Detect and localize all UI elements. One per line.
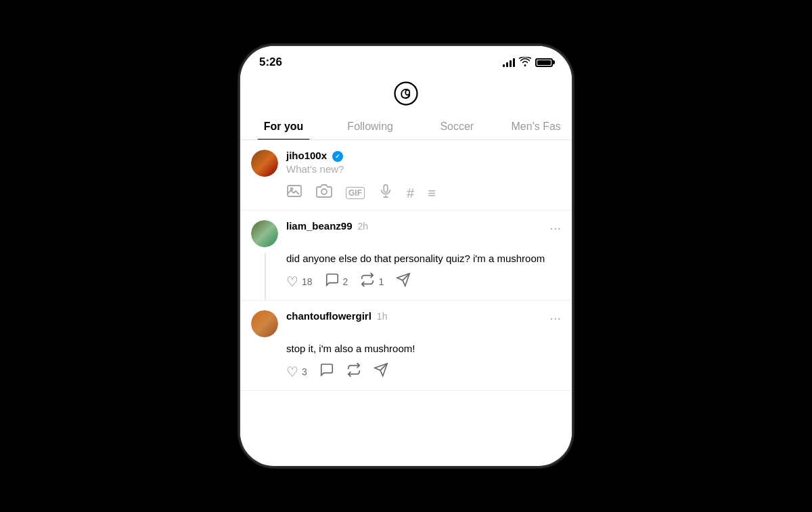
post-content: stop it, i'm also a mushroom!	[286, 341, 561, 356]
battery-icon	[535, 58, 553, 67]
mic-icon[interactable]	[378, 184, 393, 202]
feed-container[interactable]: jiho100x What's new?	[240, 140, 572, 452]
hashtag-icon[interactable]: #	[407, 186, 414, 201]
image-icon[interactable]	[286, 183, 302, 203]
repost-button[interactable]: 1	[360, 272, 384, 291]
post-user-info: liam_beanz99 2h	[286, 220, 549, 232]
post-actions: ♡ 18 2 1	[286, 272, 561, 291]
share-icon	[396, 272, 411, 291]
app-header	[240, 74, 572, 112]
post-item: chantouflowergirl 1h ··· stop it, i'm al…	[240, 301, 572, 391]
share-button[interactable]	[396, 272, 411, 291]
verified-badge	[332, 151, 343, 162]
post-time: 1h	[377, 311, 388, 322]
gif-icon[interactable]: GIF	[346, 187, 365, 199]
svg-point-1	[405, 90, 409, 95]
post-username-row: liam_beanz99 2h	[286, 220, 549, 232]
post-content: did anyone else do that personality quiz…	[286, 251, 561, 265]
svg-rect-5	[384, 185, 388, 192]
status-bar: 5:26	[240, 46, 572, 74]
camera-icon[interactable]	[316, 183, 332, 203]
tab-mens-fashion[interactable]: Men's Fas	[500, 112, 572, 140]
threads-logo	[394, 81, 418, 108]
compose-avatar	[251, 150, 278, 177]
share-button[interactable]	[374, 362, 388, 381]
tabs-bar: For you Following Soccer Men's Fas	[240, 112, 572, 140]
signal-icon	[503, 58, 515, 67]
status-time: 5:26	[259, 56, 282, 69]
compose-actions: GIF # ≡	[286, 183, 561, 203]
wifi-icon	[519, 57, 531, 68]
post-username: chantouflowergirl	[286, 310, 371, 322]
list-icon[interactable]: ≡	[428, 186, 436, 201]
post-username: liam_beanz99	[286, 220, 353, 232]
thread-line	[265, 253, 266, 300]
comment-button[interactable]: 2	[325, 272, 348, 291]
repost-button[interactable]	[346, 362, 361, 381]
post-item: liam_beanz99 2h ··· did anyone else do t…	[240, 211, 572, 301]
post-avatar-chantou	[251, 310, 278, 337]
comment-icon	[325, 272, 340, 291]
compose-placeholder[interactable]: What's new?	[286, 163, 561, 175]
repost-count: 1	[378, 276, 384, 287]
repost-icon	[346, 362, 361, 381]
tab-following[interactable]: Following	[327, 112, 413, 140]
repost-icon	[360, 272, 375, 291]
tab-for-you[interactable]: For you	[240, 112, 327, 140]
like-button[interactable]: ♡ 3	[286, 364, 307, 380]
compose-right: jiho100x What's new?	[286, 150, 561, 203]
phone-frame: 5:26	[240, 46, 572, 466]
post-more-button[interactable]: ···	[549, 310, 561, 326]
post-header: liam_beanz99 2h ···	[251, 220, 561, 247]
svg-point-4	[321, 189, 327, 194]
post-user-info: chantouflowergirl 1h	[286, 310, 549, 322]
post-username-row: chantouflowergirl 1h	[286, 310, 549, 322]
compose-username: jiho100x	[286, 150, 561, 162]
post-avatar-liam	[251, 220, 278, 247]
comment-icon	[319, 362, 334, 381]
heart-icon: ♡	[286, 274, 298, 290]
compose-area: jiho100x What's new?	[240, 140, 572, 211]
comment-button[interactable]	[319, 362, 334, 381]
post-time: 2h	[358, 221, 369, 232]
post-actions: ♡ 3	[286, 362, 561, 381]
tab-soccer[interactable]: Soccer	[413, 112, 500, 140]
comment-count: 2	[343, 276, 348, 287]
post-more-button[interactable]: ···	[549, 220, 561, 236]
like-count: 18	[302, 276, 313, 287]
like-button[interactable]: ♡ 18	[286, 274, 313, 290]
share-icon	[374, 362, 388, 381]
like-count: 3	[302, 366, 307, 377]
status-icons	[503, 57, 553, 68]
heart-icon: ♡	[286, 364, 298, 380]
post-header: chantouflowergirl 1h ···	[251, 310, 561, 337]
